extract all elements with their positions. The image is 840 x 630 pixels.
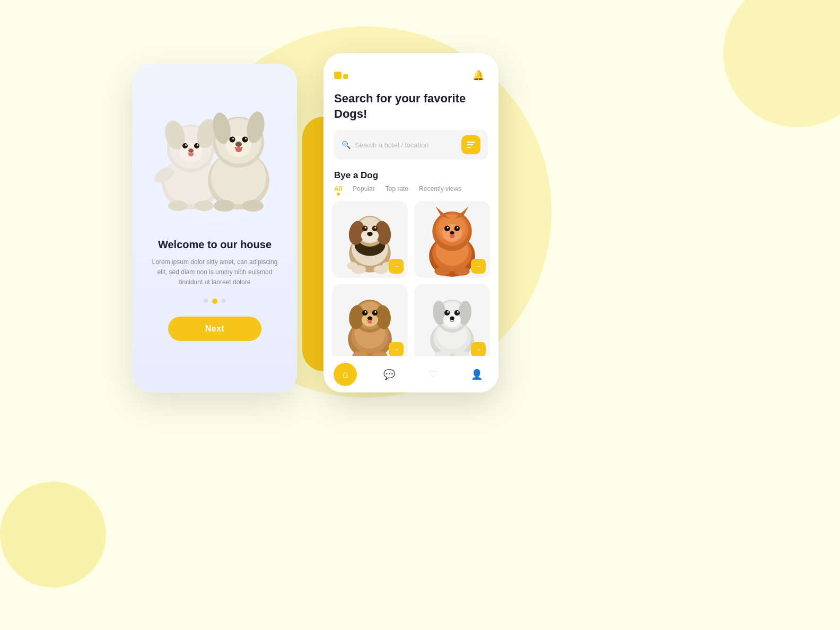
tab-top-rate[interactable]: Top rate [386,185,408,195]
search-icon: 🔍 [342,141,351,149]
svg-point-59 [454,226,460,231]
dog-card-fluffy-brown[interactable]: → [332,284,408,356]
nav-heart[interactable]: ♡ [421,363,444,386]
onboarding-screen: Welcome to our house Lorem ipsum dolor s… [133,64,297,392]
onboarding-description: Lorem ipsum dolor sitty amet, can adipis… [148,257,281,288]
filter-line-3 [467,147,471,148]
svg-point-60 [447,227,449,229]
beagle-arrow-button[interactable]: → [389,259,404,274]
home-logo [334,72,348,79]
svg-point-12 [188,148,194,153]
svg-point-9 [194,143,199,148]
svg-point-92 [444,310,450,316]
svg-point-42 [365,227,366,229]
svg-point-8 [182,143,188,148]
bg-circle-bottom-left [0,482,106,588]
svg-point-24 [230,137,235,143]
svg-point-15 [195,200,214,211]
dot-2-active [212,299,217,304]
svg-point-75 [362,310,368,316]
svg-point-11 [197,144,198,146]
screens-container: Welcome to our house Lorem ipsum dolor s… [133,64,498,392]
section-title: Bye a Dog [323,164,498,185]
svg-point-47 [347,262,358,270]
svg-point-80 [368,320,372,323]
dogs-illustration [146,85,284,228]
logo-square-2 [343,74,348,79]
svg-point-30 [214,200,235,212]
svg-point-26 [232,138,234,139]
dog-card-beagle[interactable]: → [332,201,408,278]
svg-point-76 [372,310,378,316]
tab-popular[interactable]: Popular [353,185,374,195]
onboarding-title: Welcome to our house [158,239,272,251]
svg-point-41 [372,226,378,231]
tab-all[interactable]: All [334,185,342,195]
svg-point-93 [454,310,460,316]
nav-home[interactable]: ⌂ [334,363,357,386]
filter-line-1 [467,142,475,143]
onboarding-dots [204,299,226,304]
search-bar: 🔍 Search a hotel / location [334,130,488,160]
white-fluffy-arrow-button[interactable]: → [471,342,486,356]
nav-user[interactable]: 👤 [465,363,488,386]
svg-point-44 [367,232,372,236]
home-header: 🔔 [323,53,498,91]
svg-point-31 [242,200,264,212]
bell-icon[interactable]: 🔔 [469,66,488,85]
home-title: Search for your favorite Dogs! [323,91,498,126]
svg-point-79 [368,317,372,320]
filter-line-2 [467,144,473,145]
fluffy-brown-arrow-button[interactable]: → [389,342,404,356]
dog-grid: → [323,201,498,356]
svg-point-27 [245,138,247,139]
svg-point-62 [450,231,454,234]
nav-chat[interactable]: 💬 [378,363,401,386]
svg-point-78 [374,311,376,313]
svg-point-95 [457,311,459,313]
svg-point-43 [374,227,376,229]
tabs-row: All Popular Top rate Recently views [323,185,498,195]
svg-point-14 [168,200,187,211]
search-input[interactable]: Search a hotel / location [355,141,457,149]
svg-point-77 [365,311,366,313]
dog-card-white-fluffy[interactable]: → [414,284,490,356]
dot-3 [222,299,226,303]
onboarding-content: Welcome to our house Lorem ipsum dolor s… [133,228,297,392]
filter-lines [467,142,475,148]
svg-point-28 [235,142,242,147]
svg-point-40 [362,226,368,231]
svg-point-63 [450,234,454,238]
home-screen: 🔔 Search for your favorite Dogs! 🔍 Searc… [323,53,498,392]
svg-point-58 [444,226,450,231]
svg-point-29 [235,147,242,152]
svg-point-94 [447,311,449,313]
onboarding-dog-image [133,64,297,228]
svg-point-64 [434,267,450,276]
filter-button[interactable] [461,135,480,154]
svg-point-96 [450,317,454,320]
pomeranian-arrow-button[interactable]: → [471,259,486,274]
svg-point-25 [242,137,248,143]
svg-point-61 [457,227,458,229]
dog-card-pomeranian[interactable]: → [414,201,490,278]
bottom-nav: ⌂ 💬 ♡ 👤 [323,356,498,392]
svg-point-10 [185,144,187,146]
bg-circle-top-right [723,0,840,127]
tab-recently-views[interactable]: Recently views [419,185,461,195]
next-button[interactable]: Next [168,317,262,341]
svg-point-65 [454,267,470,276]
svg-point-13 [188,152,194,156]
logo-square-1 [334,72,342,79]
dot-1 [204,299,208,303]
